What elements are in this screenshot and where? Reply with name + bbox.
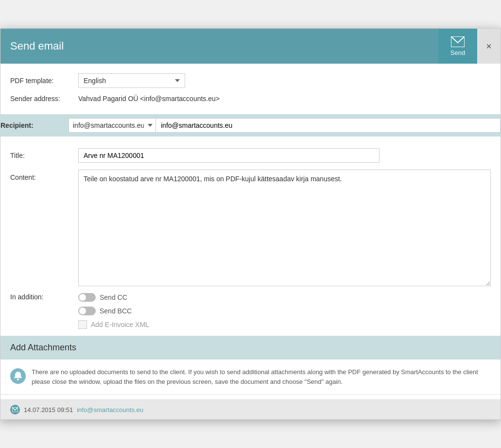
footer-envelope-icon xyxy=(10,405,20,414)
einvoice-checkbox[interactable] xyxy=(78,320,87,329)
send-bcc-label: Send BCC xyxy=(100,307,132,315)
addition-options: Send CC Send BCC Add E-Invoice XML xyxy=(78,293,149,329)
recipient-row: Recipient: info@smartaccounts.eu xyxy=(0,114,501,137)
einvoice-row: Add E-Invoice XML xyxy=(78,320,149,329)
title-input[interactable] xyxy=(78,148,380,163)
content-label: Content: xyxy=(10,170,78,181)
header-actions: Send × xyxy=(438,29,501,64)
sender-label: Sender address: xyxy=(10,95,78,103)
pdf-template-select[interactable]: English Estonian Russian xyxy=(78,73,185,88)
footer-timestamp: 14.07.2015 09:51 xyxy=(24,406,73,414)
footer-email-link[interactable]: info@smartaccounts.eu xyxy=(77,406,143,414)
send-cc-toggle[interactable] xyxy=(78,293,96,302)
send-bcc-toggle[interactable] xyxy=(78,307,96,315)
modal-footer: 14.07.2015 09:51 info@smartaccounts.eu xyxy=(0,399,501,419)
title-label: Title: xyxy=(10,152,78,159)
attachments-info: There are no uploaded documents to send … xyxy=(0,360,501,395)
addition-label: In addition: xyxy=(10,293,78,301)
recipient-label: Recipient: xyxy=(0,121,69,129)
attachments-title: Add Attachments xyxy=(10,343,76,352)
recipient-fields: info@smartaccounts.eu xyxy=(69,118,501,133)
modal-header: Send email Send × xyxy=(0,29,501,64)
send-cc-row: Send CC xyxy=(78,293,149,302)
send-button-label: Send xyxy=(450,49,465,56)
pdf-template-label: PDF template: xyxy=(10,77,78,85)
send-email-modal: Send email Send × PDF template: English … xyxy=(0,28,501,420)
send-bcc-row: Send BCC xyxy=(78,307,149,315)
attachments-info-text: There are no uploaded documents to send … xyxy=(32,367,491,386)
bell-icon xyxy=(10,368,26,384)
recipient-select[interactable]: info@smartaccounts.eu xyxy=(69,118,156,133)
pdf-template-row: PDF template: English Estonian Russian xyxy=(10,73,491,88)
attachments-section: Add Attachments xyxy=(0,336,501,360)
svg-point-1 xyxy=(17,379,19,380)
addition-row: In addition: Send CC Send BCC Add E-Invo… xyxy=(10,293,491,329)
title-row: Title: xyxy=(10,148,491,163)
content-row: Content: Teile on koostatud arve nr MA12… xyxy=(10,170,491,286)
modal-body-2: Title: Content: Teile on koostatud arve … xyxy=(0,143,501,399)
send-button[interactable]: Send xyxy=(438,29,477,64)
modal-title: Send email xyxy=(0,40,438,52)
content-textarea[interactable]: Teile on koostatud arve nr MA1200001, mi… xyxy=(78,170,491,286)
sender-row: Sender address: Vahvad Pagarid OÜ <info@… xyxy=(10,95,491,103)
einvoice-label: Add E-Invoice XML xyxy=(91,321,149,328)
mail-icon xyxy=(451,36,465,47)
modal-body: PDF template: English Estonian Russian S… xyxy=(0,64,501,114)
close-button[interactable]: × xyxy=(477,29,501,64)
close-icon: × xyxy=(486,41,492,52)
sender-value: Vahvad Pagarid OÜ <info@smartaccounts.eu… xyxy=(78,95,220,103)
recipient-email-input[interactable] xyxy=(156,118,501,133)
send-cc-label: Send CC xyxy=(100,293,127,301)
